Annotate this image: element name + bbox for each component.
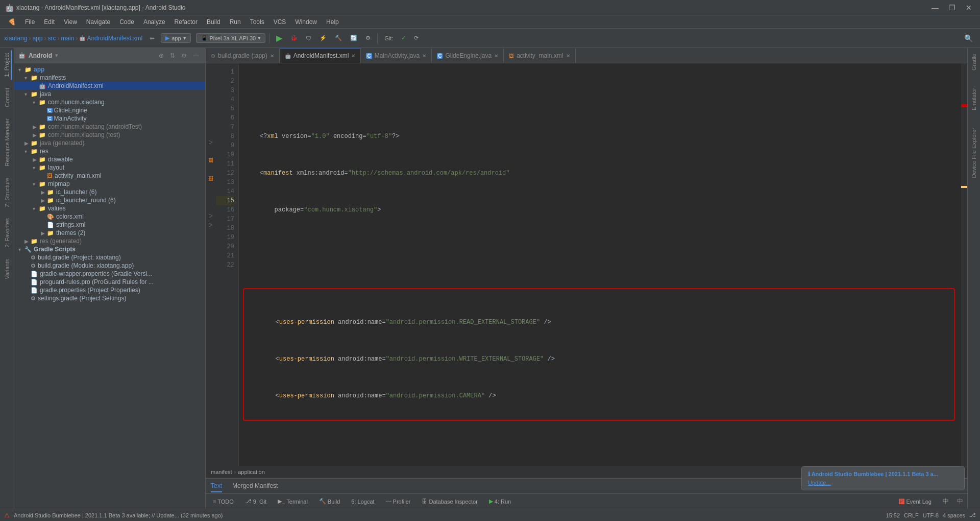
tool-terminal[interactable]: ▶_ Terminal: [275, 497, 311, 506]
tree-item-drawable[interactable]: ▶ 📁 drawable: [14, 155, 205, 163]
git-update[interactable]: ⟳: [411, 33, 422, 43]
tree-item-themes[interactable]: ▶ 📁 themes (2): [14, 229, 205, 237]
breadcrumb-manifest-path[interactable]: manifest: [211, 469, 232, 475]
profile-button[interactable]: ⚡: [316, 33, 330, 43]
tree-item-app[interactable]: ▾ 📁 app: [14, 65, 205, 74]
build-button[interactable]: 🔨: [332, 33, 345, 43]
menu-view[interactable]: View: [60, 17, 81, 27]
tree-item-values[interactable]: ▾ 📁 values: [14, 204, 205, 212]
tree-item-activity-main[interactable]: 🖼 activity_main.xml: [14, 172, 205, 180]
sync-button[interactable]: 🔄: [347, 33, 360, 43]
tree-item-com-huncm[interactable]: ▾ 📁 com.huncm.xiaotang: [14, 98, 205, 106]
tab-android-manifest[interactable]: 🤖 AndroidManifest.xml ✕: [280, 48, 361, 63]
tool-todo[interactable]: ≡ TODO: [210, 498, 237, 506]
status-indent[interactable]: 4 spaces: [943, 512, 965, 518]
code-content[interactable]: <?xml version="1.0" encoding="utf-8"?> <…: [239, 63, 961, 466]
tree-item-settings-gradle[interactable]: ⚙ settings.gradle (Project Settings): [14, 294, 205, 302]
minimize-button[interactable]: —: [928, 3, 942, 13]
panel-dropdown-chevron[interactable]: ▾: [55, 52, 58, 59]
tab-close-activity-main-xml[interactable]: ✕: [566, 53, 570, 59]
tool-logcat[interactable]: 6: Logcat: [348, 498, 377, 506]
tree-item-strings[interactable]: 📄 strings.xml: [14, 221, 205, 229]
tab-close-main-activity[interactable]: ✕: [422, 53, 426, 59]
tree-item-gradle-props[interactable]: 📄 gradle.properties (Project Properties): [14, 286, 205, 294]
sidebar-tab-variants[interactable]: Variants: [3, 256, 11, 282]
sidebar-tab-favorites[interactable]: 2: Favorites: [3, 215, 11, 250]
tab-glide-engine[interactable]: C GlideEngine.java ✕: [432, 48, 504, 63]
coverage-button[interactable]: 🛡: [303, 34, 314, 43]
breadcrumb-main[interactable]: main: [61, 35, 74, 42]
sidebar-tab-resource-manager[interactable]: Resource Manager: [3, 115, 11, 170]
tab-close-build-gradle[interactable]: ✕: [270, 53, 274, 59]
tool-profiler[interactable]: 〰 Profiler: [383, 498, 414, 506]
tool-event-log[interactable]: 🅿 Event Log: [896, 498, 935, 506]
tree-item-gradle-wrapper[interactable]: 📄 gradle-wrapper.properties (Gradle Vers…: [14, 270, 205, 278]
menu-build[interactable]: Build: [203, 17, 225, 27]
tree-item-gradle-scripts[interactable]: ▾ 🔧 Gradle Scripts: [14, 245, 205, 253]
menu-window[interactable]: Window: [291, 17, 321, 27]
git-checkmark[interactable]: ✓: [398, 33, 409, 43]
tree-item-java-gen[interactable]: ▶ 📁 java (generated): [14, 139, 205, 147]
pixel-selector[interactable]: 📱 Pixel 3a XL API 30 ▾: [196, 33, 266, 43]
breadcrumb-application-path[interactable]: application: [238, 469, 265, 475]
panel-settings-btn[interactable]: ⚙: [179, 51, 189, 60]
menu-edit[interactable]: Edit: [40, 17, 59, 27]
tab-activity-main-xml[interactable]: 🖼 activity_main.xml ✕: [504, 48, 575, 63]
maximize-button[interactable]: ❐: [946, 3, 959, 13]
tab-close-android-manifest[interactable]: ✕: [351, 53, 355, 59]
debug-button[interactable]: 🐞: [287, 33, 301, 43]
tree-item-glideengine[interactable]: C GlideEngine: [14, 106, 205, 114]
tool-git[interactable]: ⎇ 9: Git: [242, 497, 270, 506]
tree-item-ic-launcher-round[interactable]: ▶ 📁 ic_launcher_round (6): [14, 196, 205, 204]
git-check-button[interactable]: Git:: [381, 34, 396, 43]
menu-vcs[interactable]: VCS: [270, 17, 290, 27]
sidebar-tab-emulator[interactable]: Emulator: [970, 85, 978, 113]
tab-build-gradle[interactable]: ⚙ build.gradle (:app) ✕: [206, 48, 280, 63]
menu-help[interactable]: Help: [322, 17, 343, 27]
menu-analyze[interactable]: Analyze: [139, 17, 169, 27]
tree-item-proguard[interactable]: 📄 proguard-rules.pro (ProGuard Rules for…: [14, 278, 205, 286]
panel-hide-btn[interactable]: —: [191, 51, 201, 60]
menu-logo[interactable]: 🍕: [4, 17, 20, 27]
tree-item-mainactivity[interactable]: C MainActivity: [14, 114, 205, 123]
tree-item-res-gen[interactable]: ▶ 📁 res (generated): [14, 237, 205, 245]
menu-tools[interactable]: Tools: [246, 17, 268, 27]
menu-refactor[interactable]: Refactor: [170, 17, 202, 27]
panel-new-file-btn[interactable]: ⊕: [157, 51, 166, 60]
settings-button[interactable]: ⚙: [362, 33, 374, 43]
panel-sync-btn[interactable]: ⇅: [168, 51, 177, 60]
tab-merged-manifest[interactable]: Merged Manifest: [232, 480, 278, 492]
tree-item-build-gradle-app[interactable]: ⚙ build.gradle (Module: xiaotang.app): [14, 262, 205, 270]
sidebar-tab-structure[interactable]: Z: Structure: [3, 175, 11, 210]
sidebar-tab-device-explorer[interactable]: Device File Explorer: [970, 125, 978, 181]
app-selector[interactable]: ▶ app ▾: [161, 33, 190, 43]
tree-item-java[interactable]: ▾ 📁 java: [14, 90, 205, 98]
tree-item-ic-launcher[interactable]: ▶ 📁 ic_launcher (6): [14, 188, 205, 196]
tree-item-androidtest[interactable]: ▶ 📁 com.huncm.xiaotang (androidTest): [14, 123, 205, 131]
breadcrumb-manifest[interactable]: AndroidManifest.xml: [87, 35, 142, 42]
tree-item-androidmanifest[interactable]: 🤖 AndroidManifest.xml: [14, 82, 205, 90]
tool-run[interactable]: ▶ 4: Run: [486, 497, 514, 506]
tab-close-glide-engine[interactable]: ✕: [494, 53, 498, 59]
tab-main-activity[interactable]: C MainActivity.java ✕: [361, 48, 432, 63]
breadcrumb-xiaotang[interactable]: xiaotang: [4, 35, 27, 42]
close-button[interactable]: ✕: [963, 3, 975, 13]
tree-item-layout[interactable]: ▾ 📁 layout: [14, 163, 205, 172]
notification-update-link[interactable]: Update...: [808, 480, 831, 486]
nav-back-icon[interactable]: ⬅: [150, 35, 155, 42]
tree-item-manifests[interactable]: ▾ 📁 manifests: [14, 74, 205, 82]
tab-text[interactable]: Text: [211, 480, 222, 492]
tree-item-res[interactable]: ▾ 📁 res: [14, 147, 205, 155]
tree-item-build-gradle-proj[interactable]: ⚙ build.gradle (Project: xiaotang): [14, 253, 205, 262]
menu-file[interactable]: File: [21, 17, 39, 27]
sidebar-tab-commit[interactable]: Commit: [3, 85, 11, 110]
tree-item-test[interactable]: ▶ 📁 com.huncm.xiaotang (test): [14, 131, 205, 139]
status-crlf[interactable]: CRLF: [904, 512, 919, 518]
sidebar-tab-project[interactable]: 1: Project: [3, 50, 12, 80]
tool-build[interactable]: 🔨 Build: [316, 497, 343, 506]
menu-code[interactable]: Code: [115, 17, 138, 27]
sidebar-tab-gradle[interactable]: Gradle: [970, 51, 978, 74]
breadcrumb-app[interactable]: app: [32, 35, 42, 42]
breadcrumb-src[interactable]: src: [47, 35, 56, 42]
tree-item-colors[interactable]: 🎨 colors.xml: [14, 212, 205, 221]
